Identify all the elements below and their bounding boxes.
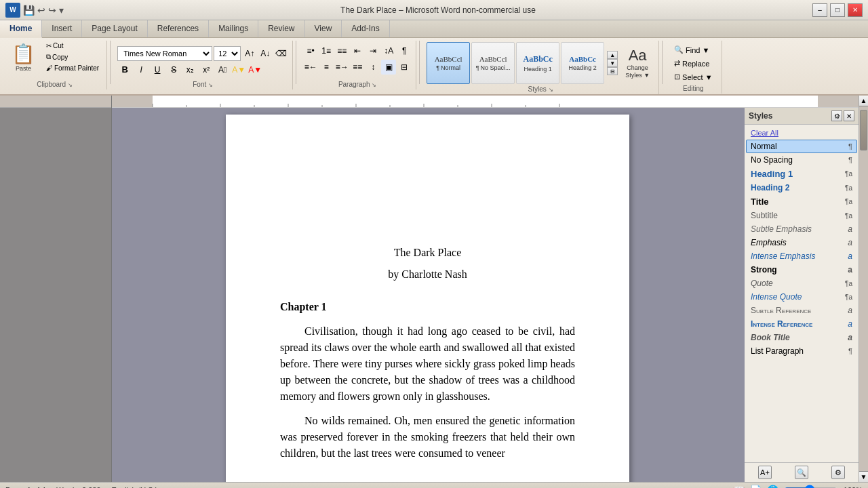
numbering-button[interactable]: 1≡ bbox=[319, 43, 334, 58]
tab-review[interactable]: Review bbox=[258, 20, 304, 37]
show-formatting-button[interactable]: ¶ bbox=[397, 43, 412, 58]
undo-button[interactable]: ↩ bbox=[37, 5, 45, 16]
tab-mailings[interactable]: Mailings bbox=[209, 20, 258, 37]
text-effects-button[interactable]: A⃝ bbox=[215, 62, 230, 77]
save-button[interactable]: 💾 bbox=[23, 5, 35, 16]
read-view-button[interactable]: 📖 bbox=[733, 485, 745, 489]
styles-scroll-more[interactable]: ⊟ bbox=[607, 67, 618, 75]
print-layout-button[interactable]: 📄 bbox=[750, 485, 762, 489]
cut-button[interactable]: ✂ Cut bbox=[43, 41, 102, 51]
style-list-item-no-spacing[interactable]: No Spacing ¶ bbox=[746, 153, 857, 167]
superscript-button[interactable]: x² bbox=[199, 62, 214, 77]
style-inspector-button[interactable]: 🔍 bbox=[795, 466, 808, 479]
style-list-item-heading1[interactable]: Heading 1 ¶a bbox=[746, 167, 857, 181]
justify-button[interactable]: ≡≡ bbox=[350, 60, 365, 75]
divider-3 bbox=[419, 41, 420, 84]
style-list-item-intense-reference[interactable]: Intense Reference a bbox=[746, 317, 857, 331]
align-right-button[interactable]: ≡→ bbox=[334, 60, 349, 75]
copy-button[interactable]: ⧉ Copy bbox=[43, 52, 102, 62]
style-list-item-subtitle[interactable]: Subtitle ¶a bbox=[746, 209, 857, 222]
font-color-button[interactable]: A▼ bbox=[248, 62, 262, 77]
replace-button[interactable]: ⇄ Replace bbox=[669, 57, 717, 70]
select-arrow: ▼ bbox=[705, 73, 713, 81]
decrease-font-size-button[interactable]: A↓ bbox=[258, 46, 273, 61]
style-list-item-heading2[interactable]: Heading 2 ¶a bbox=[746, 181, 857, 195]
scroll-up-arrow[interactable]: ▲ bbox=[859, 96, 868, 106]
styles-panel-options-button[interactable]: ⚙ bbox=[831, 110, 842, 121]
align-left-button[interactable]: ≡← bbox=[303, 60, 318, 75]
style-list-item-subtle-emphasis[interactable]: Subtle Emphasis a bbox=[746, 222, 857, 236]
style-list-item-list-paragraph[interactable]: List Paragraph ¶ bbox=[746, 344, 857, 358]
paste-button[interactable]: 📋 Paste bbox=[7, 41, 40, 74]
strikethrough-button[interactable]: S bbox=[166, 62, 181, 77]
underline-button[interactable]: U bbox=[150, 62, 165, 77]
select-button[interactable]: ⊡ Select ▼ bbox=[669, 70, 717, 83]
font-size-buttons: A↑ A↓ ⌫ bbox=[242, 46, 288, 61]
styles-scroll-up[interactable]: ▲ bbox=[607, 51, 618, 59]
change-styles-button[interactable]: Aa ChangeStyles ▼ bbox=[620, 45, 654, 81]
align-center-button[interactable]: ≡ bbox=[319, 60, 334, 75]
clipboard-group: 📋 Paste ✂ Cut ⧉ Copy 🖌 Format Painter bbox=[3, 41, 107, 89]
zoom-slider[interactable] bbox=[784, 486, 838, 489]
line-spacing-button[interactable]: ↕ bbox=[366, 60, 380, 75]
styles-scroll-down[interactable]: ▼ bbox=[607, 59, 618, 67]
manage-styles-button[interactable]: ⚙ bbox=[831, 466, 845, 479]
clear-formatting-button[interactable]: ⌫ bbox=[273, 46, 288, 61]
web-view-button[interactable]: 🌐 bbox=[767, 485, 778, 489]
style-no-spacing[interactable]: AaBbCcl ¶No Spaci... bbox=[471, 42, 515, 84]
tab-add-ins[interactable]: Add-Ins bbox=[342, 20, 389, 37]
tab-insert[interactable]: Insert bbox=[42, 20, 82, 37]
style-list-item-strong[interactable]: Strong a bbox=[746, 263, 857, 277]
text-highlight-button[interactable]: A▼ bbox=[231, 62, 246, 77]
minimize-button[interactable]: – bbox=[812, 3, 827, 17]
styles-expand-icon[interactable]: ↘ bbox=[549, 87, 553, 93]
tab-home[interactable]: Home bbox=[0, 20, 42, 38]
scroll-down-arrow[interactable]: ▼ bbox=[859, 471, 868, 482]
format-painter-button[interactable]: 🖌 Format Painter bbox=[43, 63, 102, 73]
scroll-thumb[interactable] bbox=[860, 110, 867, 150]
multilevel-list-button[interactable]: ≡≡ bbox=[334, 43, 349, 58]
font-size-select[interactable]: 12 bbox=[214, 46, 241, 61]
tab-references[interactable]: References bbox=[148, 20, 209, 37]
ribbon-content: 📋 Paste ✂ Cut ⧉ Copy 🖌 Format Painter bbox=[0, 38, 868, 94]
tab-view[interactable]: View bbox=[305, 20, 342, 37]
styles-panel-close-button[interactable]: ✕ bbox=[844, 110, 854, 121]
style-list-item-intense-quote[interactable]: Intense Quote ¶a bbox=[746, 290, 857, 304]
style-list-item-subtle-reference[interactable]: Subtle Reference a bbox=[746, 304, 857, 317]
italic-button[interactable]: I bbox=[134, 62, 149, 77]
tab-page-layout[interactable]: Page Layout bbox=[82, 20, 147, 37]
vertical-scrollbar[interactable]: ▲ ▼ bbox=[859, 96, 868, 482]
increase-indent-button[interactable]: ⇥ bbox=[366, 43, 380, 58]
document-area[interactable]: The Dark Place by Charlotte Nash Chapter… bbox=[112, 108, 743, 482]
style-list-item-book-title[interactable]: Book Title a bbox=[746, 331, 857, 344]
increase-font-size-button[interactable]: A↑ bbox=[242, 46, 257, 61]
new-style-button[interactable]: A+ bbox=[758, 466, 772, 479]
shading-button[interactable]: ▣ bbox=[381, 60, 396, 75]
clipboard-expand-icon[interactable]: ↘ bbox=[68, 82, 73, 88]
style-heading-1[interactable]: AaBbCc Heading 1 bbox=[516, 42, 559, 84]
paragraph-1[interactable]: Civilisation, though it had long ago cea… bbox=[280, 323, 575, 405]
style-list-item-title[interactable]: Title ¶a bbox=[746, 195, 857, 209]
style-normal[interactable]: AaBbCcl ¶Normal bbox=[427, 42, 470, 84]
paragraph-2[interactable]: No wilds remained. Oh, men ensured the g… bbox=[280, 413, 575, 462]
font-expand-icon[interactable]: ↘ bbox=[208, 82, 213, 88]
redo-button[interactable]: ↪ bbox=[48, 5, 56, 16]
style-list-item-intense-emphasis[interactable]: Intense Emphasis a bbox=[746, 249, 857, 263]
paragraph-expand-icon[interactable]: ↘ bbox=[372, 82, 376, 88]
bullets-button[interactable]: ≡• bbox=[303, 43, 318, 58]
close-button[interactable]: ✕ bbox=[848, 3, 863, 17]
maximize-button[interactable]: □ bbox=[830, 3, 845, 17]
sort-button[interactable]: ↕A bbox=[381, 43, 396, 58]
subscript-button[interactable]: x₂ bbox=[182, 62, 197, 77]
style-list-item-normal[interactable]: Normal ¶ bbox=[746, 140, 857, 153]
font-family-select[interactable]: Times New Roman bbox=[117, 46, 212, 61]
style-clear-all[interactable]: Clear All bbox=[746, 126, 857, 140]
bold-button[interactable]: B bbox=[117, 62, 132, 77]
find-button[interactable]: 🔍 Find ▼ bbox=[669, 43, 717, 56]
customize-quick-access-button[interactable]: ▾ bbox=[59, 5, 64, 16]
style-list-item-quote[interactable]: Quote ¶a bbox=[746, 277, 857, 290]
style-heading-2[interactable]: AaBbCc Heading 2 bbox=[561, 42, 604, 84]
style-list-item-emphasis[interactable]: Emphasis a bbox=[746, 236, 857, 249]
borders-button[interactable]: ⊟ bbox=[397, 60, 412, 75]
decrease-indent-button[interactable]: ⇤ bbox=[350, 43, 365, 58]
